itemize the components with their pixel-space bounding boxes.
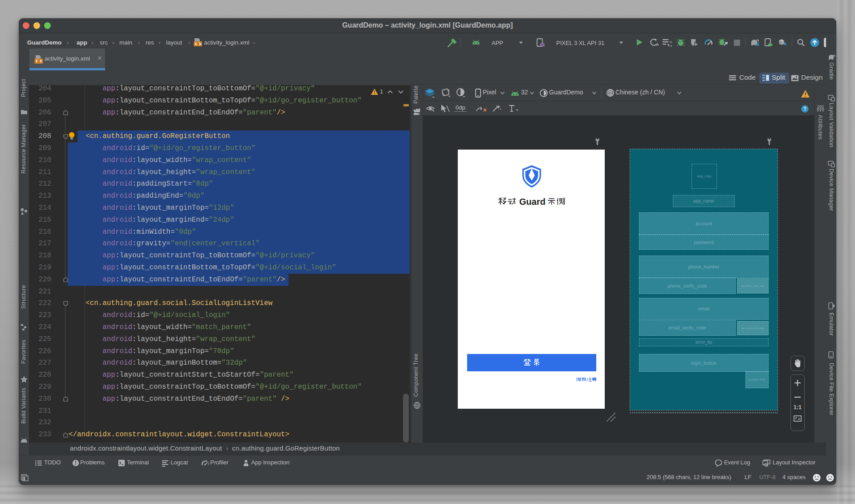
svg-text:A: A: [656, 42, 659, 46]
svg-text:?: ?: [803, 106, 806, 112]
svg-text:Guard: Guard: [519, 197, 546, 207]
